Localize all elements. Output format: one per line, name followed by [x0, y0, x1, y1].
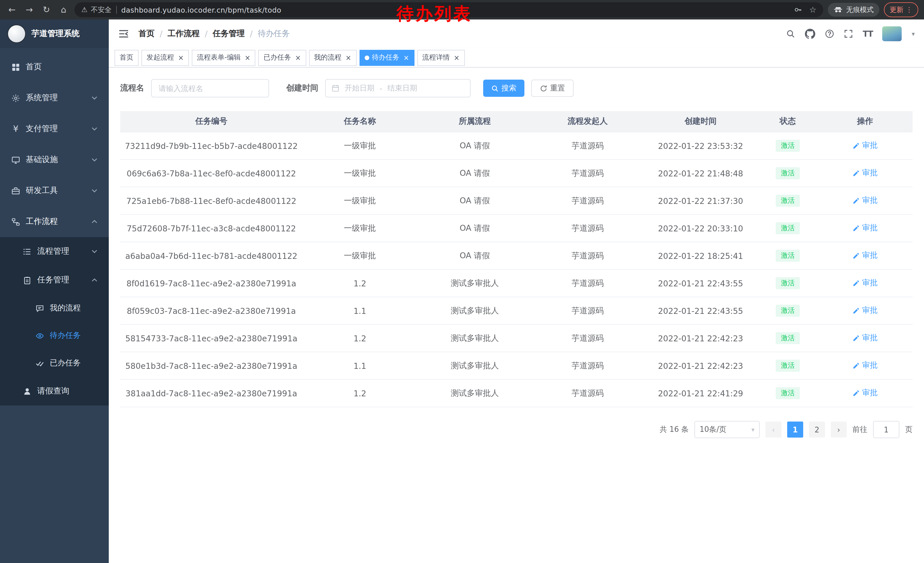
approve-link[interactable]: 审批: [852, 195, 878, 206]
table-row: 381aa1dd-7ac8-11ec-a9e2-a2380e71991a1.2测…: [120, 380, 912, 407]
browser-update-button[interactable]: 更新 ⋮: [884, 2, 918, 17]
user-avatar[interactable]: [882, 26, 902, 41]
breadcrumb-task-mgmt[interactable]: 任务管理: [213, 29, 245, 39]
process-cell: OA 请假: [417, 187, 532, 215]
close-icon[interactable]: ×: [178, 54, 184, 61]
status-badge: 激活: [776, 277, 800, 289]
refresh-icon: [540, 84, 547, 92]
close-icon[interactable]: ×: [454, 54, 459, 61]
sidebar-item-payment[interactable]: ¥ 支付管理: [0, 113, 109, 144]
tab-label: 流程表单-编辑: [197, 53, 241, 62]
tab-start-process[interactable]: 发起流程 ×: [141, 50, 189, 66]
edit-icon: [852, 197, 860, 204]
page-button-1[interactable]: 1: [787, 422, 803, 438]
tab-done-task[interactable]: 已办任务 ×: [258, 50, 306, 66]
sidebar-item-system[interactable]: 系统管理: [0, 83, 109, 113]
start-date-input[interactable]: 开始日期: [345, 83, 374, 93]
app-logo[interactable]: 芋道管理系统: [0, 20, 109, 48]
browser-chrome: ← → ↻ ⌂ ⚠ 不安全 dashboard.yudao.iocoder.cn…: [0, 0, 924, 20]
tab-process-detail[interactable]: 流程详情 ×: [417, 50, 465, 66]
tab-todo-task[interactable]: 待办任务 ×: [359, 50, 414, 66]
incognito-badge: 无痕模式: [828, 3, 879, 17]
tab-my-process[interactable]: 我的流程 ×: [309, 50, 356, 66]
task-name-cell: 一级审批: [303, 159, 417, 187]
breadcrumb-home[interactable]: 首页: [138, 29, 154, 39]
prev-page-button[interactable]: ‹: [765, 422, 782, 438]
approve-link[interactable]: 审批: [852, 306, 878, 316]
browser-forward-button[interactable]: →: [23, 3, 36, 16]
search-button[interactable]: 搜索: [483, 80, 524, 97]
tab-form-edit[interactable]: 流程表单-编辑 ×: [192, 50, 256, 66]
sidebar-item-leave-query[interactable]: 请假查询: [0, 377, 109, 405]
status-badge: 激活: [776, 140, 800, 152]
active-dot-icon: [364, 55, 369, 60]
monitor-icon: [12, 156, 20, 164]
goto-page-input[interactable]: [873, 421, 899, 438]
sidebar-item-todo-task[interactable]: 待办任务: [0, 322, 109, 349]
logo-avatar: [8, 25, 26, 43]
github-icon[interactable]: [805, 29, 815, 39]
text-size-icon[interactable]: TT: [863, 29, 873, 38]
approve-link[interactable]: 审批: [852, 168, 878, 179]
approve-link[interactable]: 审批: [852, 360, 878, 371]
search-icon: [491, 84, 499, 92]
close-icon[interactable]: ×: [345, 54, 351, 61]
close-icon[interactable]: ×: [404, 54, 409, 61]
date-range-picker[interactable]: 开始日期 - 结束日期: [325, 79, 471, 98]
sidebar-item-home[interactable]: 首页: [0, 51, 109, 83]
task-id-cell: 8f059c03-7ac8-11ec-a9e2-a2380e71991a: [120, 297, 303, 324]
create-time-label: 创建时间: [286, 83, 318, 93]
breadcrumb-workflow[interactable]: 工作流程: [168, 29, 200, 39]
breadcrumb: 首页 / 工作流程 / 任务管理 / 待办任务: [138, 29, 290, 39]
fullscreen-icon[interactable]: [844, 29, 853, 38]
sidebar-item-devtools[interactable]: 研发工具: [0, 175, 109, 206]
task-name-cell: 1.2: [303, 380, 417, 407]
process-name-input[interactable]: [151, 79, 269, 98]
process-cell: 测试多审批人: [417, 380, 532, 407]
password-key-icon[interactable]: [794, 6, 802, 14]
next-page-button[interactable]: ›: [831, 422, 847, 438]
sidebar-item-infra[interactable]: 基础设施: [0, 144, 109, 175]
approve-link[interactable]: 审批: [852, 251, 878, 261]
sidebar-item-workflow[interactable]: 工作流程: [0, 206, 109, 237]
status-badge: 激活: [776, 387, 800, 399]
sidebar-item-done-task[interactable]: 已办任务: [0, 349, 109, 377]
pagination: 共 16 条 10条/页 ▾ ‹ 1 2 › 前往 页: [120, 421, 912, 438]
sidebar-item-my-process[interactable]: 我的流程: [0, 294, 109, 322]
col-process: 所属流程: [417, 111, 532, 132]
approve-link[interactable]: 审批: [852, 223, 878, 233]
hamburger-icon[interactable]: [118, 28, 129, 39]
avatar-caret-icon[interactable]: ▾: [912, 30, 915, 38]
reset-button[interactable]: 重置: [531, 80, 574, 97]
security-indicator[interactable]: ⚠ 不安全: [81, 5, 112, 15]
col-actions: 操作: [818, 111, 912, 132]
close-icon[interactable]: ×: [245, 54, 250, 61]
approve-link[interactable]: 审批: [852, 141, 878, 151]
sidebar-menu: 首页 系统管理 ¥ 支付管理: [0, 48, 109, 405]
sidebar: 芋道管理系统 首页 系统管理: [0, 20, 109, 563]
chevron-down-icon: ▾: [752, 426, 754, 433]
approve-link[interactable]: 审批: [852, 333, 878, 343]
help-icon[interactable]: [825, 29, 834, 38]
end-date-input[interactable]: 结束日期: [387, 83, 417, 93]
tab-label: 流程详情: [422, 53, 450, 62]
page-size-select[interactable]: 10条/页 ▾: [694, 421, 760, 438]
page-button-2[interactable]: 2: [809, 422, 825, 438]
process-cell: 测试多审批人: [417, 297, 532, 324]
browser-reload-button[interactable]: ↻: [40, 3, 52, 16]
tab-home[interactable]: 首页: [114, 50, 138, 66]
approve-link[interactable]: 审批: [852, 388, 878, 398]
approve-link[interactable]: 审批: [852, 278, 878, 288]
dashboard-icon: [12, 63, 20, 71]
screen: ← → ↻ ⌂ ⚠ 不安全 dashboard.yudao.iocoder.cn…: [0, 0, 924, 563]
chevron-up-icon: [92, 220, 98, 224]
close-icon[interactable]: ×: [295, 54, 301, 61]
sidebar-item-process-mgmt[interactable]: 流程管理: [0, 237, 109, 266]
table-row: 580e1b3d-7ac8-11ec-a9e2-a2380e71991a1.1测…: [120, 352, 912, 380]
browser-home-button[interactable]: ⌂: [57, 3, 70, 16]
sidebar-item-task-mgmt[interactable]: 任务管理: [0, 266, 109, 294]
bookmark-star-icon[interactable]: ☆: [809, 5, 816, 14]
browser-back-button[interactable]: ←: [6, 3, 18, 16]
tags-view: 首页 发起流程 × 流程表单-编辑 × 已办任务 × 我的流程 ×: [109, 48, 924, 68]
search-icon[interactable]: [786, 29, 795, 38]
